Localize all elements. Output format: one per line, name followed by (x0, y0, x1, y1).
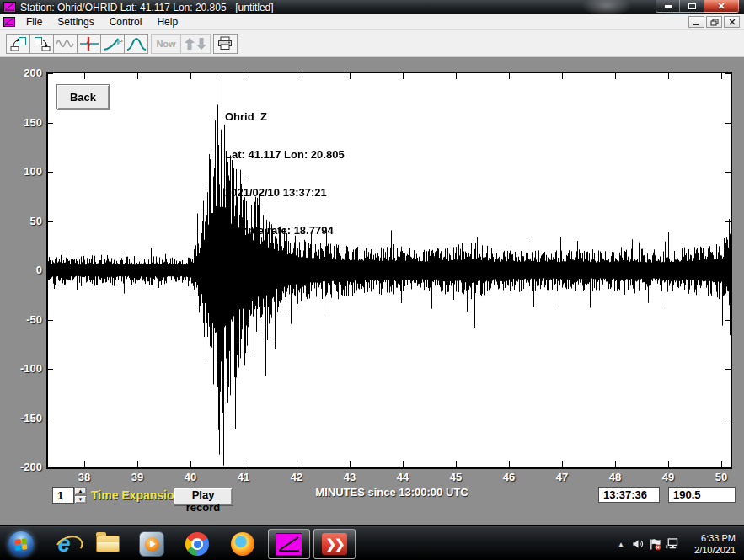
y-axis-tick-label: -100 (2, 362, 42, 375)
waveform-canvas[interactable] (48, 73, 731, 467)
x-axis-tick-label: 46 (503, 471, 515, 483)
time-expansion-label: Time Expansion (91, 488, 181, 502)
now-label: Now (156, 39, 175, 49)
travel-time-curve-icon: P (103, 36, 123, 51)
filter-icon (126, 36, 147, 51)
spinner-up-button[interactable]: ▲ (74, 487, 87, 495)
x-axis-tick-label: 48 (609, 471, 621, 483)
media-player-icon (139, 531, 164, 557)
trace-sample-rate: Sample rate: 18.7794 (225, 224, 345, 237)
x-axis-tick-label: 45 (450, 471, 462, 483)
taskbar-firefox[interactable] (229, 531, 256, 557)
taskbar-launcher-active[interactable]: ❯❯ (313, 529, 356, 559)
taskbar-media-player[interactable] (138, 531, 165, 557)
clock-date: 2/10/2021 (680, 544, 736, 556)
close-icon (729, 19, 736, 25)
menu-file[interactable]: File (19, 14, 50, 29)
taskbar-amaseis-active[interactable] (268, 529, 310, 559)
x-axis-tick-label: 50 (715, 471, 727, 483)
print-button[interactable] (213, 34, 238, 54)
x-axis-tick-label: 43 (344, 471, 356, 483)
menu-bar: File Settings Control Help (0, 14, 744, 30)
internet-explorer-icon: e (57, 533, 70, 555)
x-axis-tick-label: 40 (185, 471, 196, 483)
windows-start-icon (8, 531, 34, 557)
minimize-button[interactable] (656, 0, 680, 13)
show-hidden-icons-button[interactable]: ▲ (613, 527, 629, 560)
start-button[interactable] (8, 531, 35, 557)
close-icon: ✕ (717, 2, 725, 11)
trace-coordinates: Lat: 41.117 Lon: 20.805 (225, 148, 345, 161)
chrome-icon (185, 532, 209, 556)
y-axis-tick-label: 100 (2, 165, 42, 178)
mdi-minimize-button[interactable] (688, 16, 704, 28)
document-icon (3, 17, 15, 27)
taskbar-file-explorer[interactable] (94, 531, 121, 557)
back-button[interactable]: Back (56, 84, 110, 109)
taskbar-internet-explorer[interactable]: e (51, 531, 78, 557)
spinner-down-button[interactable]: ▼ (74, 495, 87, 504)
maximize-icon (688, 3, 696, 9)
network-icon[interactable] (663, 527, 680, 560)
folder-icon (96, 536, 120, 552)
travel-time-curve-button[interactable]: P (100, 34, 125, 54)
menu-settings[interactable]: Settings (50, 14, 101, 29)
x-axis-tick-label: 39 (131, 471, 143, 483)
action-center-flag-icon[interactable] (646, 527, 663, 560)
app-icon (3, 2, 16, 13)
cursor-amplitude-readout: 190.5 (668, 487, 736, 503)
y-axis-tick-label: 150 (2, 116, 42, 129)
up-down-arrows-icon (184, 36, 207, 51)
amaseis-icon (276, 533, 302, 556)
cursor-time-readout: 13:37:36 (598, 487, 660, 503)
menu-help[interactable]: Help (149, 14, 185, 29)
close-button[interactable]: ✕ (704, 0, 739, 13)
window-controls: ✕ (656, 0, 739, 13)
desktop-screen: Station: Ohrid/OHRID Lat: 41.117 Lon: 20… (0, 0, 744, 560)
taskbar: e ❯❯ ▲ (0, 526, 744, 560)
now-button: Now (151, 34, 181, 54)
title-bar: Station: Ohrid/OHRID Lat: 41.117 Lon: 20… (0, 0, 744, 14)
maximize-button[interactable] (680, 0, 704, 13)
extract-event-icon (10, 36, 27, 51)
mdi-window-controls (688, 16, 740, 28)
minimize-icon (665, 5, 672, 8)
trace-datetime: 2021/02/10 13:37:21 (225, 186, 345, 199)
firefox-icon (231, 532, 254, 556)
minimize-icon (693, 19, 700, 25)
time-expansion-input[interactable] (52, 487, 74, 504)
scroll-arrows-button (180, 34, 211, 54)
x-axis-tick-label: 47 (556, 471, 568, 483)
taskbar-chrome[interactable] (184, 531, 211, 557)
trace-filter-status: No filtering (225, 262, 345, 275)
x-axis-tick-label: 42 (291, 471, 302, 483)
taskbar-clock[interactable]: 6:33 PM 2/10/2021 (680, 532, 744, 556)
trace-info: Ohrid Z Lat: 41.117 Lon: 20.805 2021/02/… (225, 85, 345, 300)
print-icon (217, 36, 233, 51)
x-axis-tick-label: 41 (238, 471, 249, 483)
x-axis-tick-label: 49 (662, 471, 674, 483)
x-axis-title: MINUTES since 13:00:00 UTC (315, 486, 468, 499)
menu-control[interactable]: Control (102, 14, 150, 29)
save-event-button[interactable] (29, 34, 54, 54)
windows-flag-icon (15, 538, 28, 551)
window-title: Station: Ohrid/OHRID Lat: 41.117 Lon: 20… (20, 2, 274, 13)
play-record-button[interactable]: Play record (174, 488, 233, 505)
waveform-button[interactable] (53, 34, 78, 54)
toolbar: P Now (0, 30, 744, 57)
pick-arrival-button[interactable] (77, 34, 101, 54)
mdi-close-button[interactable] (724, 16, 740, 28)
waveform-icon (56, 37, 76, 51)
filter-button[interactable] (124, 34, 148, 54)
volume-icon[interactable] (629, 527, 646, 560)
y-axis-tick-label: 200 (2, 67, 42, 79)
pick-arrival-icon (79, 36, 99, 51)
x-axis-tick-label: 38 (78, 471, 90, 483)
extract-event-button[interactable] (6, 34, 30, 54)
time-expansion-spinner: ▲ ▼ (74, 487, 87, 504)
y-axis-tick-label: -50 (2, 313, 42, 326)
mdi-restore-button[interactable] (706, 16, 722, 28)
clock-time: 6:33 PM (680, 532, 736, 544)
y-axis-tick-label: 50 (2, 215, 42, 227)
x-axis-tick-label: 44 (397, 471, 409, 483)
